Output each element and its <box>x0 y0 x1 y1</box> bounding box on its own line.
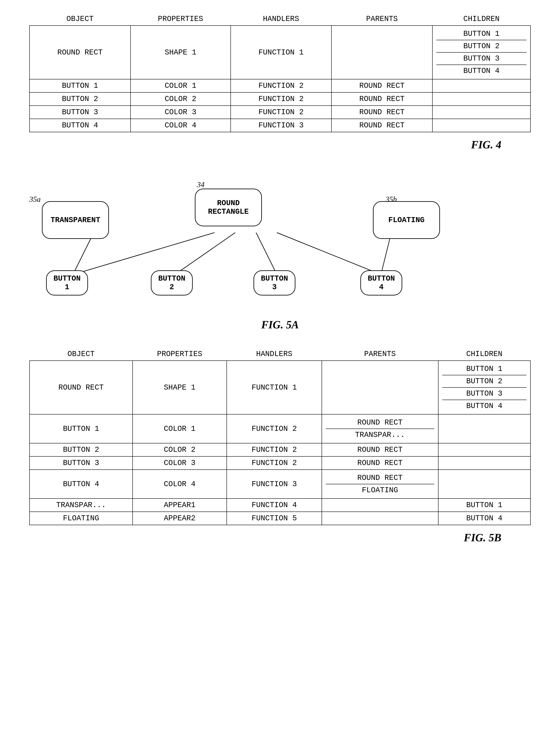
cell-parents: ROUND RECT <box>332 79 433 93</box>
anno-35a: 35a <box>29 195 41 204</box>
fig5b-col-properties: PROPERTIES <box>133 348 227 361</box>
cell-handlers: FUNCTION 4 <box>227 498 322 512</box>
svg-line-3 <box>256 233 277 275</box>
cell-children <box>438 414 531 443</box>
cell-children <box>438 456 531 470</box>
node-button4: BUTTON 4 <box>360 270 402 295</box>
cell-handlers: FUNCTION 3 <box>231 119 332 132</box>
cell-properties: SHAPE 1 <box>131 25 231 79</box>
cell-object: BUTTON 4 <box>29 470 133 498</box>
node-button3: BUTTON 3 <box>254 270 295 295</box>
node-label: BUTTON 3 <box>261 274 288 292</box>
table-row: ROUND RECT SHAPE 1 FUNCTION 1 BUTTON 1 B… <box>29 25 531 79</box>
fig5b-col-children: CHILDREN <box>438 348 531 361</box>
table-row: BUTTON 3 COLOR 3 FUNCTION 2 ROUND RECT <box>29 105 531 119</box>
child-item: BUTTON 3 <box>442 388 526 400</box>
fig5b-table: OBJECT PROPERTIES HANDLERS PARENTS CHILD… <box>29 348 531 525</box>
node-button1: BUTTON 1 <box>46 270 88 295</box>
cell-properties: COLOR 4 <box>133 470 227 498</box>
child-item: BUTTON 1 <box>442 363 526 375</box>
fig5b-section: OBJECT PROPERTIES HANDLERS PARENTS CHILD… <box>17 348 543 544</box>
cell-object: BUTTON 1 <box>29 79 131 93</box>
cell-parents: ROUND RECT <box>322 456 438 470</box>
cell-properties: COLOR 1 <box>133 414 227 443</box>
child-item: BUTTON 3 <box>436 53 526 65</box>
cell-properties: APPEAR1 <box>133 498 227 512</box>
node-label: TRANSPARENT <box>51 216 100 224</box>
cell-parents: ROUND RECT <box>332 105 433 119</box>
cell-object: BUTTON 3 <box>29 105 131 119</box>
fig4-col-object: OBJECT <box>29 13 131 25</box>
cell-properties: SHAPE 1 <box>133 361 227 414</box>
cell-properties: APPEAR2 <box>133 512 227 525</box>
fig4-section: OBJECT PROPERTIES HANDLERS PARENTS CHILD… <box>17 13 543 151</box>
table-row: BUTTON 4 COLOR 4 FUNCTION 3 ROUND RECT F… <box>29 470 531 498</box>
anno-34: 34 <box>197 180 204 189</box>
child-item: BUTTON 2 <box>442 375 526 388</box>
cell-properties: COLOR 3 <box>131 105 231 119</box>
cell-handlers: FUNCTION 2 <box>231 79 332 93</box>
cell-object: TRANSPAR... <box>29 498 133 512</box>
child-item: BUTTON 1 <box>436 28 526 40</box>
cell-properties: COLOR 2 <box>131 93 231 105</box>
cell-parents: ROUND RECT <box>322 443 438 456</box>
cell-children <box>438 443 531 456</box>
cell-object: FLOATING <box>29 512 133 525</box>
svg-line-0 <box>73 233 94 275</box>
fig4-col-children: CHILDREN <box>433 13 531 25</box>
fig4-col-parents: PARENTS <box>332 13 433 25</box>
node-label: BUTTON 2 <box>158 274 185 292</box>
table-row: BUTTON 4 COLOR 4 FUNCTION 3 ROUND RECT <box>29 119 531 132</box>
node-round-rectangle: ROUND RECTANGLE <box>195 189 262 226</box>
cell-object: BUTTON 2 <box>29 443 133 456</box>
cell-children <box>433 79 531 93</box>
svg-line-4 <box>277 233 381 275</box>
cell-children <box>433 119 531 132</box>
cell-children: BUTTON 1 <box>438 498 531 512</box>
cell-children: BUTTON 1 BUTTON 2 BUTTON 3 BUTTON 4 <box>433 25 531 79</box>
parent-item: ROUND RECT <box>326 472 434 484</box>
cell-properties: COLOR 2 <box>133 443 227 456</box>
table-row: TRANSPAR... APPEAR1 FUNCTION 4 BUTTON 1 <box>29 498 531 512</box>
fig5b-col-object: OBJECT <box>29 348 133 361</box>
svg-line-5 <box>381 233 391 275</box>
cell-parents: ROUND RECT <box>332 119 433 132</box>
fig5a-label: FIG. 5A <box>17 318 543 331</box>
parent-item: FLOATING <box>326 484 434 496</box>
parent-item: TRANSPAR... <box>326 429 434 441</box>
child-item: BUTTON 4 <box>436 65 526 77</box>
fig5b-label: FIG. 5B <box>17 531 543 544</box>
node-label: FLOATING <box>388 216 425 224</box>
cell-handlers: FUNCTION 2 <box>227 443 322 456</box>
cell-object: BUTTON 3 <box>29 456 133 470</box>
node-label: BUTTON 4 <box>368 274 395 292</box>
node-label: ROUND RECTANGLE <box>208 199 249 216</box>
cell-object: BUTTON 2 <box>29 93 131 105</box>
cell-handlers: FUNCTION 5 <box>227 512 322 525</box>
cell-parents: ROUND RECT <box>332 93 433 105</box>
node-floating: FLOATING <box>373 201 440 239</box>
svg-line-2 <box>175 233 235 275</box>
parent-item: ROUND RECT <box>326 417 434 429</box>
node-transparent: TRANSPARENT <box>42 201 109 239</box>
fig4-table: OBJECT PROPERTIES HANDLERS PARENTS CHILD… <box>29 13 531 132</box>
cell-children <box>438 470 531 498</box>
cell-handlers: FUNCTION 2 <box>231 93 332 105</box>
fig4-label: FIG. 4 <box>17 139 543 151</box>
table-row: BUTTON 1 COLOR 1 FUNCTION 2 ROUND RECT T… <box>29 414 531 443</box>
svg-line-1 <box>73 233 214 275</box>
fig4-col-handlers: HANDLERS <box>231 13 332 25</box>
cell-children <box>433 93 531 105</box>
table-row: ROUND RECT SHAPE 1 FUNCTION 1 BUTTON 1 B… <box>29 361 531 414</box>
table-row: BUTTON 2 COLOR 2 FUNCTION 2 ROUND RECT <box>29 443 531 456</box>
cell-parents <box>322 361 438 414</box>
table-row: BUTTON 3 COLOR 3 FUNCTION 2 ROUND RECT <box>29 456 531 470</box>
fig5b-col-handlers: HANDLERS <box>227 348 322 361</box>
cell-properties: COLOR 4 <box>131 119 231 132</box>
cell-object: BUTTON 4 <box>29 119 131 132</box>
child-item: BUTTON 2 <box>436 40 526 53</box>
cell-parents <box>322 512 438 525</box>
cell-children: BUTTON 1 BUTTON 2 BUTTON 3 BUTTON 4 <box>438 361 531 414</box>
cell-parents <box>322 498 438 512</box>
table-row: BUTTON 2 COLOR 2 FUNCTION 2 ROUND RECT <box>29 93 531 105</box>
